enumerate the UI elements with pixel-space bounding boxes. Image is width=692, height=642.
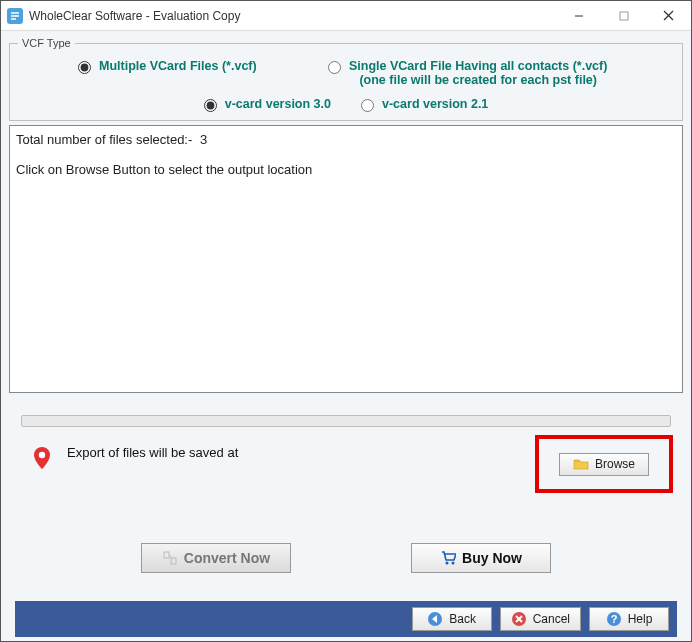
help-icon: ? [606, 611, 622, 627]
svg-text:?: ? [610, 613, 617, 625]
cancel-icon [511, 611, 527, 627]
log-total-line: Total number of files selected:- 3 [16, 130, 676, 150]
radio-version-30-label: v-card version 3.0 [225, 97, 331, 111]
svg-point-9 [452, 562, 455, 565]
log-instruction: Click on Browse Button to select the out… [16, 160, 676, 180]
log-area: Total number of files selected:- 3 Click… [9, 125, 683, 393]
export-row: Export of files will be saved at Browse [15, 433, 677, 499]
location-pin-icon [31, 445, 53, 471]
cancel-button[interactable]: Cancel [500, 607, 581, 631]
back-arrow-icon [427, 611, 443, 627]
cart-icon [440, 550, 456, 566]
radio-version-21[interactable]: v-card version 2.1 [361, 97, 488, 112]
nav-bar: Back Cancel ? Help [15, 601, 677, 637]
folder-icon [573, 456, 589, 472]
radio-multiple-vcard[interactable]: Multiple VCard Files (*.vcf) [18, 59, 328, 74]
cancel-button-label: Cancel [533, 612, 570, 626]
close-button[interactable] [646, 1, 691, 31]
buy-now-button[interactable]: Buy Now [411, 543, 551, 573]
browse-button[interactable]: Browse [559, 453, 649, 476]
minimize-button[interactable] [556, 1, 601, 31]
window-title: WholeClear Software - Evaluation Copy [29, 9, 556, 23]
radio-single-vcard-label: Single VCard File Having all contacts (*… [349, 59, 607, 87]
svg-rect-6 [164, 552, 169, 558]
radio-version-21-input[interactable] [361, 99, 374, 112]
radio-version-30-input[interactable] [204, 99, 217, 112]
vcf-type-group: VCF Type Multiple VCard Files (*.vcf) Si… [9, 37, 683, 121]
radio-version-30[interactable]: v-card version 3.0 [204, 97, 331, 112]
radio-multiple-vcard-input[interactable] [78, 61, 91, 74]
svg-point-8 [446, 562, 449, 565]
svg-point-5 [39, 452, 45, 458]
maximize-button[interactable] [601, 1, 646, 31]
titlebar: WholeClear Software - Evaluation Copy [1, 1, 691, 31]
help-button[interactable]: ? Help [589, 607, 669, 631]
radio-single-vcard-input[interactable] [328, 61, 341, 74]
browse-highlight-box: Browse [535, 435, 673, 493]
svg-rect-2 [620, 12, 628, 20]
app-logo-icon [7, 8, 23, 24]
log-total-value: 3 [200, 130, 207, 150]
convert-now-label: Convert Now [184, 550, 270, 566]
svg-rect-7 [171, 558, 176, 564]
buy-now-label: Buy Now [462, 550, 522, 566]
radio-version-21-label: v-card version 2.1 [382, 97, 488, 111]
radio-single-vcard[interactable]: Single VCard File Having all contacts (*… [328, 59, 674, 87]
progress-bar [21, 415, 671, 427]
back-button[interactable]: Back [412, 607, 492, 631]
radio-multiple-vcard-label: Multiple VCard Files (*.vcf) [99, 59, 257, 73]
vcf-type-legend: VCF Type [18, 37, 75, 49]
convert-now-button[interactable]: Convert Now [141, 543, 291, 573]
browse-button-label: Browse [595, 457, 635, 471]
convert-icon [162, 550, 178, 566]
back-button-label: Back [449, 612, 476, 626]
help-button-label: Help [628, 612, 653, 626]
